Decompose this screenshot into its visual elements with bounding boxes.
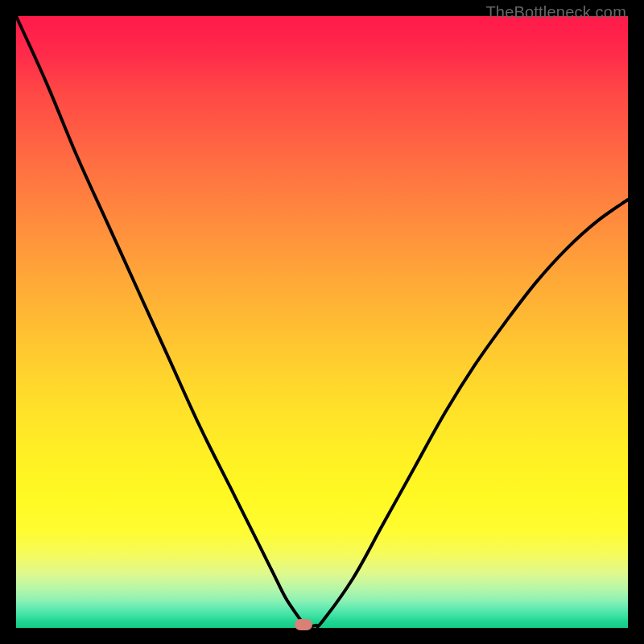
curve-svg	[16, 16, 628, 628]
watermark-text: TheBottleneck.com	[485, 3, 626, 22]
chart-container: TheBottleneck.com	[0, 0, 644, 644]
valley-marker	[295, 619, 312, 630]
bottleneck-curve	[16, 16, 628, 626]
plot-area	[16, 16, 628, 628]
